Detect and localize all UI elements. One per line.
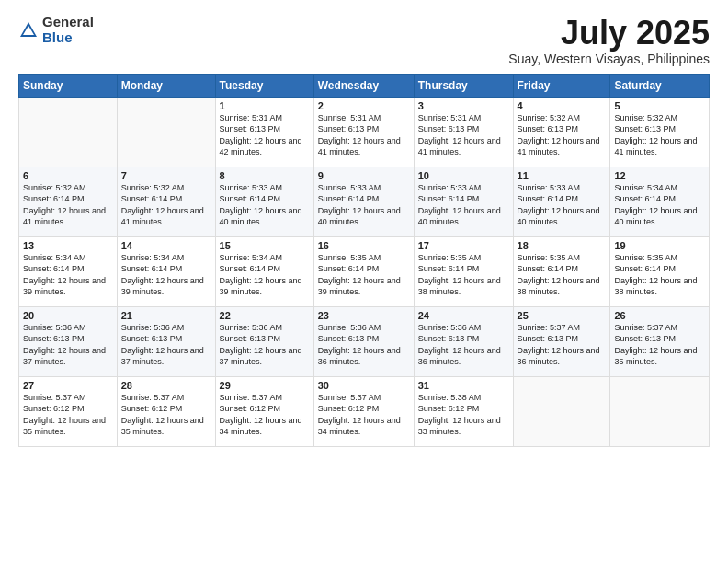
table-row bbox=[19, 97, 118, 167]
table-row: 26Sunrise: 5:37 AMSunset: 6:13 PMDayligh… bbox=[610, 306, 710, 376]
day-info: Sunrise: 5:35 AMSunset: 6:14 PMDaylight:… bbox=[614, 253, 697, 297]
day-number: 22 bbox=[220, 310, 310, 321]
table-row: 5Sunrise: 5:32 AMSunset: 6:13 PMDaylight… bbox=[610, 97, 710, 167]
day-info: Sunrise: 5:34 AMSunset: 6:14 PMDaylight:… bbox=[121, 253, 204, 297]
table-row: 20Sunrise: 5:36 AMSunset: 6:13 PMDayligh… bbox=[19, 306, 118, 376]
page-header: General Blue July 2025 Suay, Western Vis… bbox=[18, 15, 710, 66]
day-info: Sunrise: 5:35 AMSunset: 6:14 PMDaylight:… bbox=[418, 253, 501, 297]
day-info: Sunrise: 5:32 AMSunset: 6:14 PMDaylight:… bbox=[23, 183, 106, 227]
title-block: July 2025 Suay, Western Visayas, Philipp… bbox=[508, 15, 710, 66]
day-info: Sunrise: 5:38 AMSunset: 6:12 PMDaylight:… bbox=[418, 393, 501, 437]
day-number: 6 bbox=[23, 170, 113, 181]
col-wednesday: Wednesday bbox=[313, 74, 414, 97]
day-number: 29 bbox=[220, 380, 310, 391]
calendar-table: Sunday Monday Tuesday Wednesday Thursday… bbox=[18, 74, 710, 447]
day-info: Sunrise: 5:36 AMSunset: 6:13 PMDaylight:… bbox=[220, 323, 302, 367]
table-row: 25Sunrise: 5:37 AMSunset: 6:13 PMDayligh… bbox=[513, 306, 610, 376]
table-row: 28Sunrise: 5:37 AMSunset: 6:12 PMDayligh… bbox=[117, 376, 215, 446]
day-number: 1 bbox=[220, 100, 310, 111]
day-info: Sunrise: 5:35 AMSunset: 6:14 PMDaylight:… bbox=[318, 253, 401, 297]
day-info: Sunrise: 5:32 AMSunset: 6:14 PMDaylight:… bbox=[121, 183, 204, 227]
table-row: 22Sunrise: 5:36 AMSunset: 6:13 PMDayligh… bbox=[215, 306, 313, 376]
calendar-week-row: 20Sunrise: 5:36 AMSunset: 6:13 PMDayligh… bbox=[19, 306, 710, 376]
day-number: 10 bbox=[418, 170, 509, 181]
day-info: Sunrise: 5:37 AMSunset: 6:12 PMDaylight:… bbox=[220, 393, 302, 437]
day-number: 15 bbox=[220, 240, 310, 251]
day-info: Sunrise: 5:31 AMSunset: 6:13 PMDaylight:… bbox=[418, 113, 501, 157]
table-row: 9Sunrise: 5:33 AMSunset: 6:14 PMDaylight… bbox=[313, 167, 414, 236]
col-sunday: Sunday bbox=[19, 74, 118, 97]
day-info: Sunrise: 5:33 AMSunset: 6:14 PMDaylight:… bbox=[418, 183, 501, 227]
day-number: 9 bbox=[318, 170, 410, 181]
day-number: 14 bbox=[121, 240, 211, 251]
table-row: 12Sunrise: 5:34 AMSunset: 6:14 PMDayligh… bbox=[610, 167, 710, 236]
calendar-week-row: 1Sunrise: 5:31 AMSunset: 6:13 PMDaylight… bbox=[19, 97, 710, 167]
table-row: 21Sunrise: 5:36 AMSunset: 6:13 PMDayligh… bbox=[117, 306, 215, 376]
logo-text: General Blue bbox=[42, 15, 94, 45]
day-number: 27 bbox=[23, 380, 113, 391]
day-number: 12 bbox=[614, 170, 705, 181]
day-number: 21 bbox=[121, 310, 211, 321]
day-info: Sunrise: 5:36 AMSunset: 6:13 PMDaylight:… bbox=[318, 323, 401, 367]
table-row: 13Sunrise: 5:34 AMSunset: 6:14 PMDayligh… bbox=[19, 236, 118, 306]
table-row: 18Sunrise: 5:35 AMSunset: 6:14 PMDayligh… bbox=[513, 236, 610, 306]
day-info: Sunrise: 5:34 AMSunset: 6:14 PMDaylight:… bbox=[220, 253, 302, 297]
calendar-subtitle: Suay, Western Visayas, Philippines bbox=[508, 52, 710, 66]
day-info: Sunrise: 5:31 AMSunset: 6:13 PMDaylight:… bbox=[220, 113, 302, 157]
col-saturday: Saturday bbox=[610, 74, 710, 97]
calendar-week-row: 13Sunrise: 5:34 AMSunset: 6:14 PMDayligh… bbox=[19, 236, 710, 306]
day-number: 8 bbox=[220, 170, 310, 181]
day-number: 26 bbox=[614, 310, 705, 321]
day-number: 20 bbox=[23, 310, 113, 321]
table-row: 17Sunrise: 5:35 AMSunset: 6:14 PMDayligh… bbox=[414, 236, 513, 306]
day-info: Sunrise: 5:36 AMSunset: 6:13 PMDaylight:… bbox=[121, 323, 204, 367]
day-number: 19 bbox=[614, 240, 705, 251]
table-row: 1Sunrise: 5:31 AMSunset: 6:13 PMDaylight… bbox=[215, 97, 313, 167]
table-row: 3Sunrise: 5:31 AMSunset: 6:13 PMDaylight… bbox=[414, 97, 513, 167]
table-row: 7Sunrise: 5:32 AMSunset: 6:14 PMDaylight… bbox=[117, 167, 215, 236]
table-row: 8Sunrise: 5:33 AMSunset: 6:14 PMDaylight… bbox=[215, 167, 313, 236]
day-info: Sunrise: 5:34 AMSunset: 6:14 PMDaylight:… bbox=[614, 183, 697, 227]
table-row: 6Sunrise: 5:32 AMSunset: 6:14 PMDaylight… bbox=[19, 167, 118, 236]
table-row: 31Sunrise: 5:38 AMSunset: 6:12 PMDayligh… bbox=[414, 376, 513, 446]
day-info: Sunrise: 5:35 AMSunset: 6:14 PMDaylight:… bbox=[518, 253, 600, 297]
day-info: Sunrise: 5:36 AMSunset: 6:13 PMDaylight:… bbox=[418, 323, 501, 367]
day-info: Sunrise: 5:33 AMSunset: 6:14 PMDaylight:… bbox=[518, 183, 600, 227]
table-row: 15Sunrise: 5:34 AMSunset: 6:14 PMDayligh… bbox=[215, 236, 313, 306]
calendar-week-row: 6Sunrise: 5:32 AMSunset: 6:14 PMDaylight… bbox=[19, 167, 710, 236]
table-row bbox=[513, 376, 610, 446]
logo-blue: Blue bbox=[42, 30, 94, 46]
day-info: Sunrise: 5:32 AMSunset: 6:13 PMDaylight:… bbox=[518, 113, 600, 157]
day-info: Sunrise: 5:37 AMSunset: 6:12 PMDaylight:… bbox=[318, 393, 401, 437]
table-row: 11Sunrise: 5:33 AMSunset: 6:14 PMDayligh… bbox=[513, 167, 610, 236]
table-row: 16Sunrise: 5:35 AMSunset: 6:14 PMDayligh… bbox=[313, 236, 414, 306]
table-row bbox=[610, 376, 710, 446]
col-thursday: Thursday bbox=[414, 74, 513, 97]
day-number: 30 bbox=[318, 380, 410, 391]
day-number: 3 bbox=[418, 100, 509, 111]
day-number: 16 bbox=[318, 240, 410, 251]
col-monday: Monday bbox=[117, 74, 215, 97]
day-info: Sunrise: 5:33 AMSunset: 6:14 PMDaylight:… bbox=[318, 183, 401, 227]
day-info: Sunrise: 5:37 AMSunset: 6:13 PMDaylight:… bbox=[614, 323, 697, 367]
table-row: 2Sunrise: 5:31 AMSunset: 6:13 PMDaylight… bbox=[313, 97, 414, 167]
table-row bbox=[117, 97, 215, 167]
table-row: 4Sunrise: 5:32 AMSunset: 6:13 PMDaylight… bbox=[513, 97, 610, 167]
day-number: 24 bbox=[418, 310, 509, 321]
logo: General Blue bbox=[18, 15, 94, 45]
day-number: 17 bbox=[418, 240, 509, 251]
calendar-title: July 2025 bbox=[508, 15, 710, 52]
day-number: 2 bbox=[318, 100, 410, 111]
day-info: Sunrise: 5:37 AMSunset: 6:12 PMDaylight:… bbox=[23, 393, 106, 437]
logo-general: General bbox=[42, 15, 94, 30]
day-info: Sunrise: 5:36 AMSunset: 6:13 PMDaylight:… bbox=[23, 323, 106, 367]
day-info: Sunrise: 5:32 AMSunset: 6:13 PMDaylight:… bbox=[614, 113, 697, 157]
calendar-header-row: Sunday Monday Tuesday Wednesday Thursday… bbox=[19, 74, 710, 97]
logo-icon bbox=[18, 20, 39, 40]
day-number: 28 bbox=[121, 380, 211, 391]
day-number: 23 bbox=[318, 310, 410, 321]
day-info: Sunrise: 5:31 AMSunset: 6:13 PMDaylight:… bbox=[318, 113, 401, 157]
day-number: 7 bbox=[121, 170, 211, 181]
calendar-week-row: 27Sunrise: 5:37 AMSunset: 6:12 PMDayligh… bbox=[19, 376, 710, 446]
table-row: 29Sunrise: 5:37 AMSunset: 6:12 PMDayligh… bbox=[215, 376, 313, 446]
